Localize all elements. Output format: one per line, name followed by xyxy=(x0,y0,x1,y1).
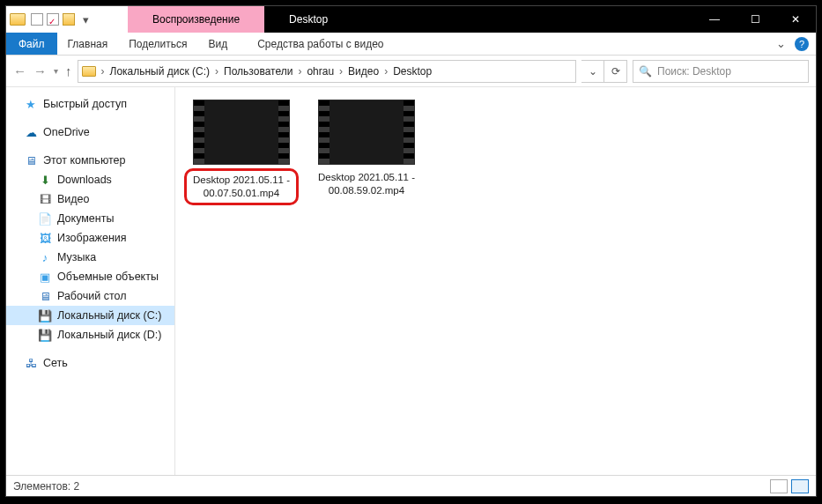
disk-icon: 💾 xyxy=(38,308,52,322)
file-menu[interactable]: Файл xyxy=(6,33,57,55)
file-name-label: Desktop 2021.05.11 - 00.08.59.02.mp4 xyxy=(309,168,424,200)
file-name-label: Desktop 2021.05.11 - 00.07.50.01.mp4 xyxy=(184,168,299,205)
ribbon: Файл Главная Поделиться Вид Средства раб… xyxy=(6,33,816,56)
view-icons-button[interactable] xyxy=(791,479,809,493)
address-dropdown[interactable]: ⌄ xyxy=(581,60,604,83)
ribbon-tab-home[interactable]: Главная xyxy=(57,34,119,54)
recent-dropdown-icon[interactable]: ▾ xyxy=(54,66,58,76)
explorer-window: ▾ Воспроизведение Desktop ― ☐ ✕ Файл Гла… xyxy=(5,5,817,497)
breadcrumb-seg-1[interactable]: Пользователи xyxy=(224,65,293,78)
sidebar-item-desktop[interactable]: 🖥Рабочий стол xyxy=(6,286,174,306)
monitor-icon: 🖥 xyxy=(24,153,38,167)
maximize-button[interactable]: ☐ xyxy=(735,6,775,33)
breadcrumb-seg-2[interactable]: ohrau xyxy=(307,65,334,78)
qat-overflow-icon[interactable]: ▾ xyxy=(78,12,93,26)
search-input[interactable]: 🔍 Поиск: Desktop xyxy=(633,60,809,83)
star-icon: ★ xyxy=(24,97,38,111)
cloud-icon: ☁ xyxy=(24,125,38,139)
video-icon: 🎞 xyxy=(38,192,52,206)
search-icon: 🔍 xyxy=(639,65,652,78)
disk-icon: 💾 xyxy=(38,328,52,342)
breadcrumb-seg-0[interactable]: Локальный диск (C:) xyxy=(110,65,211,78)
navigation-pane: ★Быстрый доступ ☁OneDrive 🖥Этот компьюте… xyxy=(6,87,175,475)
refresh-button[interactable]: ⟳ xyxy=(604,60,627,83)
sidebar-item-documents[interactable]: 📄Документы xyxy=(6,209,174,228)
chevron-right-icon[interactable]: › xyxy=(336,65,346,78)
cube-icon: ▣ xyxy=(38,270,52,284)
music-icon: ♪ xyxy=(38,250,52,264)
ribbon-expand-icon[interactable]: ⌄ xyxy=(776,37,786,50)
forward-button[interactable]: → xyxy=(33,63,47,78)
sidebar-item-3d-objects[interactable]: ▣Объемные объекты xyxy=(6,267,174,286)
qat-btn-1[interactable] xyxy=(31,13,43,26)
up-button[interactable]: ↑ xyxy=(65,63,72,78)
qat-btn-3[interactable] xyxy=(63,13,75,26)
ribbon-tab-video-tools[interactable]: Средства работы с видео xyxy=(247,34,394,54)
sidebar-item-disk-d[interactable]: 💾Локальный диск (D:) xyxy=(6,325,174,345)
window-title: Desktop xyxy=(264,6,352,33)
network-icon: 🖧 xyxy=(24,356,38,370)
address-folder-icon xyxy=(82,66,96,77)
address-bar[interactable]: › Локальный диск (C:) › Пользователи › o… xyxy=(78,60,577,83)
close-button[interactable]: ✕ xyxy=(775,6,816,33)
video-thumbnail xyxy=(318,100,415,165)
sidebar-item-disk-c[interactable]: 💾Локальный диск (C:) xyxy=(6,306,174,325)
status-bar: Элементов: 2 xyxy=(6,475,816,496)
sidebar-item-onedrive[interactable]: ☁OneDrive xyxy=(6,122,174,142)
help-icon[interactable]: ? xyxy=(795,37,809,51)
download-icon: ⬇ xyxy=(38,173,52,187)
chevron-right-icon[interactable]: › xyxy=(381,65,391,78)
picture-icon: 🖼 xyxy=(38,231,52,245)
qat-btn-2[interactable] xyxy=(47,13,59,26)
sidebar-item-downloads[interactable]: ⬇Downloads xyxy=(6,170,174,189)
context-tab[interactable]: Воспроизведение xyxy=(128,6,264,33)
item-count-label: Элементов: 2 xyxy=(13,480,79,493)
sidebar-item-this-pc[interactable]: 🖥Этот компьютер xyxy=(6,151,174,170)
file-item[interactable]: Desktop 2021.05.11 - 00.07.50.01.mp4 xyxy=(184,100,299,205)
video-thumbnail xyxy=(193,100,290,165)
breadcrumb-seg-3[interactable]: Видео xyxy=(348,65,379,78)
sidebar-item-videos[interactable]: 🎞Видео xyxy=(6,189,174,209)
view-details-button[interactable] xyxy=(770,479,788,493)
ribbon-tab-view[interactable]: Вид xyxy=(197,34,238,54)
quick-access-toolbar: ▾ xyxy=(31,12,93,26)
sidebar-item-music[interactable]: ♪Музыка xyxy=(6,248,174,267)
chevron-right-icon[interactable]: › xyxy=(294,65,305,78)
file-list[interactable]: Desktop 2021.05.11 - 00.07.50.01.mp4 Des… xyxy=(175,87,816,475)
chevron-right-icon[interactable]: › xyxy=(98,65,108,78)
search-placeholder: Поиск: Desktop xyxy=(657,65,731,78)
sidebar-item-quick-access[interactable]: ★Быстрый доступ xyxy=(6,94,174,114)
ribbon-tab-share[interactable]: Поделиться xyxy=(118,34,197,54)
chevron-right-icon[interactable]: › xyxy=(211,65,222,78)
file-item[interactable]: Desktop 2021.05.11 - 00.08.59.02.mp4 xyxy=(309,100,424,200)
sidebar-item-network[interactable]: 🖧Сеть xyxy=(6,353,174,373)
document-icon: 📄 xyxy=(38,211,52,226)
folder-icon xyxy=(10,13,26,26)
sidebar-item-pictures[interactable]: 🖼Изображения xyxy=(6,228,174,248)
navigation-bar: ← → ▾ ↑ › Локальный диск (C:) › Пользова… xyxy=(6,56,816,87)
titlebar: ▾ Воспроизведение Desktop ― ☐ ✕ xyxy=(6,6,816,33)
desktop-icon: 🖥 xyxy=(38,289,52,303)
breadcrumb-seg-4[interactable]: Desktop xyxy=(393,65,432,78)
back-button[interactable]: ← xyxy=(13,63,26,78)
minimize-button[interactable]: ― xyxy=(694,6,735,33)
